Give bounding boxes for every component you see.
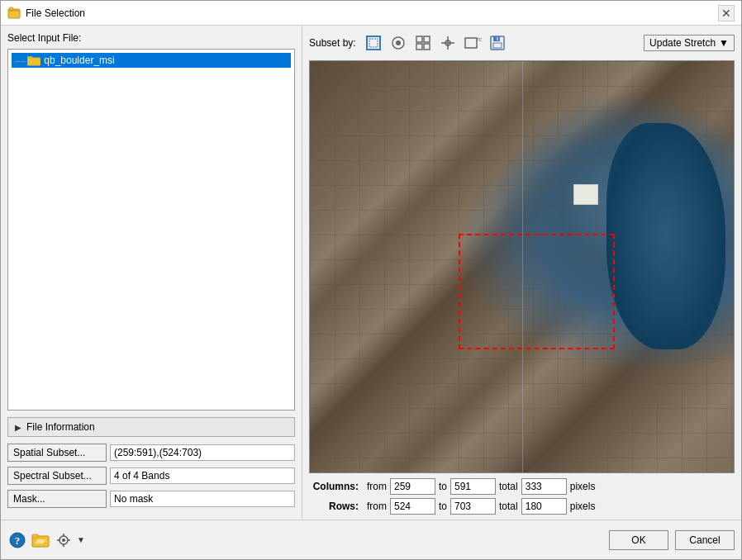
window-title: File Selection [26, 7, 718, 19]
spectral-subset-row: Spectral Subset... 4 of 4 Bands [7, 467, 295, 485]
rows-to-label: to [439, 501, 447, 512]
svg-rect-26 [32, 534, 38, 538]
select-input-label: Select Input File: [7, 32, 295, 44]
mask-row: Mask... No mask [7, 490, 295, 508]
bottom-icons: ? [7, 530, 609, 550]
center-line [522, 61, 523, 472]
rows-label: Rows: [309, 501, 359, 512]
spectral-subset-button[interactable]: Spectral Subset... [7, 467, 107, 485]
rows-row: Rows: from to total pixels [309, 498, 735, 515]
tree-dots: ---- [15, 56, 26, 65]
rows-total-label: total [499, 501, 518, 512]
pan-icon[interactable] [388, 32, 409, 54]
svg-point-9 [396, 40, 401, 45]
svg-point-29 [62, 539, 65, 542]
svg-rect-17 [465, 38, 477, 48]
rows-from-label: from [367, 501, 387, 512]
spatial-subset-value: (259:591),(524:703) [110, 444, 295, 461]
rows-total-input[interactable] [521, 498, 567, 515]
rows-to-input[interactable] [450, 498, 496, 515]
spatial-subset-button[interactable]: Spatial Subset... [7, 444, 107, 462]
ok-button[interactable]: OK [609, 530, 668, 550]
title-bar: File Selection ✕ [1, 1, 741, 26]
file-tree[interactable]: ---- qb_boulder_msi [7, 49, 295, 411]
file-info-section[interactable]: ▶ File Information [7, 417, 295, 437]
crosshair-icon[interactable] [437, 32, 459, 54]
svg-text:roi: roi [477, 36, 482, 43]
main-window: File Selection ✕ Select Input File: ----… [0, 0, 742, 560]
file-info-label: File Information [26, 421, 95, 433]
columns-unit: pixels [570, 481, 596, 492]
mask-value: No mask [110, 491, 295, 507]
mask-button[interactable]: Mask... [7, 490, 107, 508]
folder-icon [27, 55, 40, 66]
rows-unit: pixels [570, 501, 596, 512]
lake-overlay [606, 123, 725, 349]
settings-icon[interactable] [54, 530, 74, 550]
svg-rect-13 [424, 44, 430, 50]
bottom-bar: ? [1, 520, 741, 559]
columns-to-label: to [439, 481, 447, 492]
building-overlay [573, 184, 598, 205]
file-tree-item[interactable]: ---- qb_boulder_msi [12, 53, 291, 68]
ok-cancel-area: OK Cancel [609, 530, 735, 550]
svg-rect-10 [416, 36, 422, 42]
svg-rect-7 [369, 39, 378, 47]
left-panel: Select Input File: ---- qb_boulder_msi ▶… [1, 26, 302, 520]
svg-rect-20 [493, 36, 500, 41]
columns-to-input[interactable] [450, 478, 496, 495]
file-name: qb_boulder_msi [44, 55, 114, 66]
file-info-arrow-icon: ▶ [15, 423, 21, 432]
satellite-image [310, 61, 734, 472]
columns-row: Columns: from to total pixels [309, 478, 735, 495]
spectral-subset-value: 4 of 4 Bands [110, 467, 295, 484]
columns-total-input[interactable] [521, 478, 567, 495]
settings-dropdown-arrow[interactable]: ▼ [77, 535, 85, 544]
save-icon[interactable] [487, 32, 508, 54]
right-panel: Subset by: [302, 26, 741, 520]
svg-text:?: ? [15, 534, 21, 547]
svg-rect-2 [9, 7, 13, 10]
close-button[interactable]: ✕ [718, 5, 735, 21]
update-stretch-dropdown[interactable]: Update Stretch ▼ [644, 35, 735, 51]
rows-from-input[interactable] [390, 498, 435, 515]
grid-icon[interactable] [412, 32, 434, 54]
spatial-subset-row: Spatial Subset... (259:591),(524:703) [7, 444, 295, 462]
toolbar-icons: roi [363, 32, 644, 54]
svg-rect-21 [493, 43, 502, 48]
svg-rect-6 [367, 36, 380, 50]
window-icon [7, 7, 21, 20]
svg-rect-12 [416, 44, 422, 50]
subset-toolbar: Subset by: [309, 31, 735, 55]
coords-section: Columns: from to total pixels Rows: from… [309, 478, 735, 515]
rect-select-icon[interactable] [363, 32, 384, 54]
stretch-arrow-icon: ▼ [719, 37, 729, 49]
help-icon[interactable]: ? [7, 530, 27, 550]
main-content: Select Input File: ---- qb_boulder_msi ▶… [1, 26, 741, 520]
svg-rect-11 [424, 36, 430, 42]
columns-from-label: from [367, 481, 387, 492]
columns-label: Columns: [309, 481, 359, 492]
roi-icon[interactable]: roi [462, 32, 483, 54]
stretch-label: Update Stretch [649, 37, 716, 49]
image-container [309, 60, 735, 473]
subset-by-label: Subset by: [309, 37, 356, 49]
open-folder-icon[interactable] [31, 530, 50, 550]
columns-from-input[interactable] [390, 478, 435, 495]
cancel-button[interactable]: Cancel [675, 530, 735, 550]
columns-total-label: total [499, 481, 518, 492]
